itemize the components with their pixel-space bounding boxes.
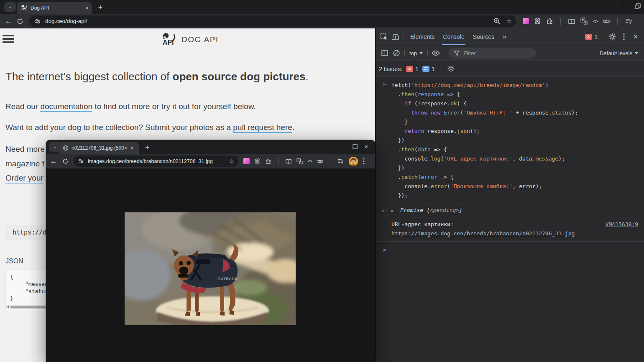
playlist-icon[interactable]	[625, 18, 632, 24]
console-command-lines[interactable]: fetch('https://dog.ceo/api/breeds/image/…	[391, 81, 641, 200]
code-icon[interactable]: <>	[593, 18, 598, 24]
tab-search-button[interactable]: ⌄	[4, 2, 16, 12]
order-link[interactable]: Order your	[5, 173, 43, 184]
inner-new-tab-button[interactable]: +	[142, 143, 152, 153]
device-toolbar-icon[interactable]	[390, 31, 401, 43]
inner-minimize-icon[interactable]: –	[338, 143, 349, 150]
paragraph-fragment-1: Need more	[5, 145, 45, 154]
chevron-down-icon	[635, 52, 638, 54]
hamburger-menu-icon[interactable]	[3, 33, 14, 45]
funnel-icon	[454, 51, 460, 56]
tab-console[interactable]: Console	[439, 28, 468, 45]
issues-label[interactable]: 2 Issues:	[379, 66, 402, 72]
playlist-icon[interactable]	[337, 158, 344, 164]
inner-back-icon[interactable]: ←	[48, 156, 59, 167]
tab-close-icon[interactable]: ×	[85, 5, 89, 11]
tab-sources[interactable]: Sources	[469, 28, 498, 45]
inner-close-icon[interactable]: ×	[361, 143, 372, 150]
new-tab-button[interactable]: +	[95, 3, 105, 13]
inner-url-text[interactable]: images.dog.ceo/breeds/brabancon/n0211270…	[88, 158, 213, 164]
inner-url-bar[interactable]: images.dog.ceo/breeds/brabancon/n0211270…	[74, 156, 238, 167]
translate-icon[interactable]	[580, 18, 588, 25]
main-url-bar[interactable]: dog.ceo/dog-api/ ☆	[29, 15, 516, 27]
site-info-icon[interactable]	[34, 18, 41, 25]
globe-favicon-icon	[63, 145, 69, 151]
paragraph-contribute: Want to add your dog to the collection? …	[5, 123, 294, 132]
context-selector[interactable]: top	[407, 50, 425, 56]
inner-maximize-icon[interactable]	[353, 144, 358, 149]
kebab-menu-icon[interactable]	[618, 31, 630, 43]
pull-request-link[interactable]: pull request here	[233, 123, 292, 133]
issues-settings-gear-icon[interactable]	[445, 63, 457, 75]
log-source-link[interactable]: VM415638:9	[606, 220, 638, 229]
issue-info-count: 1	[432, 66, 435, 72]
kebab-menu-icon[interactable]	[363, 158, 365, 164]
console-input[interactable]: >	[376, 242, 644, 250]
site-logo: API DOG API	[162, 32, 219, 48]
issue-error-icon[interactable]: ✕	[406, 66, 413, 72]
issue-error-count: 1	[415, 66, 419, 72]
command-chevron-icon: >	[383, 81, 386, 87]
more-tabs-icon[interactable]: »	[498, 28, 511, 45]
link-icon[interactable]	[317, 159, 323, 164]
settings-gear-icon[interactable]	[606, 31, 618, 43]
issues-bar: 2 Issues: ✕ 1 1	[376, 61, 644, 76]
tab-elements[interactable]: Elements	[406, 28, 439, 45]
result-object-name[interactable]: Promise	[400, 207, 423, 213]
atom-extension-icon[interactable]	[254, 158, 261, 164]
back-icon[interactable]: ←	[3, 15, 14, 27]
inner-browser-tab[interactable]: n02112706_31.jpg (500×33 ×	[59, 142, 139, 154]
issue-info-icon[interactable]	[422, 66, 429, 72]
url-text[interactable]: dog.ceo/dog-api/	[45, 18, 87, 24]
code-icon[interactable]: <>	[307, 158, 312, 164]
main-tab-strip: ⌄ API Dog API × + –	[0, 0, 644, 14]
inspect-element-icon[interactable]	[378, 31, 390, 43]
chevron-down-icon	[419, 52, 423, 54]
clear-console-icon[interactable]	[391, 47, 402, 59]
pink-extension-icon[interactable]	[243, 158, 250, 164]
reload-icon[interactable]	[14, 15, 26, 27]
inner-tab-close-icon[interactable]: ×	[130, 145, 133, 151]
log-url-link[interactable]: https://images.dog.ceo/breeds/brabancon/…	[391, 230, 575, 237]
bookmark-star-icon[interactable]: ☆	[506, 18, 512, 25]
window-minimize-icon[interactable]: –	[617, 3, 628, 9]
expand-triangle-icon[interactable]: ▶	[391, 209, 394, 213]
log-levels-selector[interactable]: Default levels	[597, 50, 641, 56]
translate-icon[interactable]	[296, 158, 303, 164]
window-restore-icon[interactable]	[635, 3, 641, 9]
console-sidebar-icon[interactable]	[379, 47, 391, 59]
extensions-puzzle-icon[interactable]	[265, 158, 271, 164]
divider	[404, 33, 404, 40]
scroll-left-arrow-icon[interactable]	[7, 305, 9, 308]
profile-avatar[interactable]	[348, 156, 358, 166]
filter-input[interactable]	[463, 50, 526, 56]
bookmark-star-icon[interactable]: ☆	[229, 158, 234, 165]
eye-icon[interactable]	[430, 47, 442, 59]
error-count: 1	[595, 33, 598, 40]
console-log-row: URL-адрес картинки: VM415638:9 https://i…	[376, 217, 644, 242]
devtools-close-icon[interactable]: ×	[630, 31, 641, 43]
tab-title: Dog API	[31, 5, 49, 11]
divider	[444, 50, 444, 56]
pending-value: <pending>	[430, 207, 459, 213]
extensions-puzzle-icon[interactable]	[546, 18, 553, 25]
site-title: DOG API	[181, 35, 219, 44]
error-badge-icon[interactable]: ✕	[585, 34, 592, 40]
divider	[404, 50, 405, 56]
reading-list-icon[interactable]	[285, 158, 292, 164]
documentation-link[interactable]: documentation	[40, 102, 92, 112]
screen: ⌄ API Dog API × + – ← dog.ce	[0, 0, 644, 362]
divider	[602, 33, 602, 40]
pink-extension-icon[interactable]	[523, 18, 529, 24]
link-icon[interactable]	[603, 18, 610, 24]
paragraph-fragment-3: Order your	[5, 173, 43, 183]
main-browser-tab[interactable]: API Dog API ×	[17, 2, 92, 14]
divider	[440, 66, 440, 72]
zoom-icon[interactable]	[493, 18, 501, 25]
divider	[617, 18, 618, 25]
console-filter[interactable]	[449, 48, 536, 59]
reading-list-icon[interactable]	[568, 18, 575, 25]
atom-extension-icon[interactable]	[534, 18, 541, 25]
inner-reload-icon[interactable]	[59, 156, 71, 167]
site-info-icon[interactable]	[78, 158, 84, 164]
